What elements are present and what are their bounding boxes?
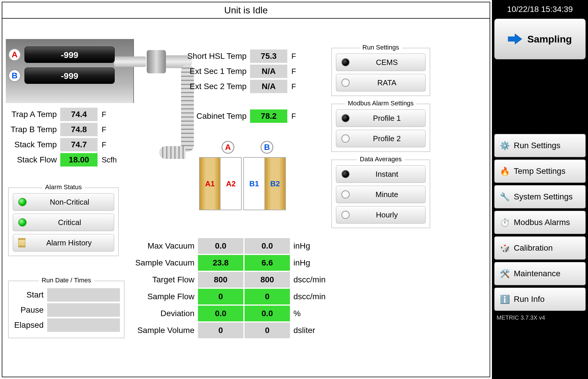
alarm-history-button[interactable]: Alarm History bbox=[13, 234, 114, 252]
rata-radio[interactable]: RATA bbox=[336, 74, 426, 91]
stack-flow-label: Stack Flow bbox=[5, 155, 57, 164]
target-a: 800 bbox=[197, 271, 244, 288]
dev-label: Deviation bbox=[133, 305, 197, 322]
pause-value bbox=[47, 303, 120, 317]
instant-radio[interactable]: Instant bbox=[336, 165, 426, 183]
dice-icon: 🎲 bbox=[500, 243, 510, 253]
clock-icon: ⏱️ bbox=[500, 217, 510, 227]
max-vac-label: Max Vacuum bbox=[133, 238, 197, 254]
short-hsl-unit: F bbox=[291, 52, 311, 61]
max-vac-a: 0.0 bbox=[197, 238, 244, 254]
stack-temp-unit: F bbox=[102, 140, 122, 149]
trap-a-unit: F bbox=[102, 110, 122, 119]
start-label: Start bbox=[13, 290, 44, 300]
ext2-value: N/A bbox=[250, 80, 288, 93]
dev-a: 0.0 bbox=[197, 305, 244, 322]
target-label: Target Flow bbox=[133, 271, 197, 288]
pause-label: Pause bbox=[13, 305, 44, 315]
nav-run-settings[interactable]: ⚙️Run Settings bbox=[494, 134, 586, 157]
info-icon: ℹ️ bbox=[500, 294, 510, 304]
cabinet-unit: F bbox=[291, 112, 311, 121]
page-title: Unit is Idle bbox=[2, 2, 490, 19]
cell-a2: A2 bbox=[220, 157, 241, 210]
minute-radio[interactable]: Minute bbox=[336, 186, 426, 203]
wrench-icon: 🔧 bbox=[500, 192, 510, 202]
samp-flow-label: Sample Flow bbox=[133, 288, 197, 305]
stack-flow-unit: Scfh bbox=[102, 155, 122, 164]
scroll-icon bbox=[18, 239, 25, 247]
target-b: 800 bbox=[244, 271, 291, 288]
led-green-icon bbox=[18, 218, 26, 226]
channel-b-badge: B bbox=[8, 69, 21, 82]
cems-radio[interactable]: CEMS bbox=[336, 54, 426, 71]
radio-off-icon bbox=[341, 190, 350, 199]
data-avg-legend: Data Averages bbox=[357, 155, 405, 163]
samp-vac-label: Sample Vacuum bbox=[133, 254, 197, 271]
col-a-badge: A bbox=[222, 141, 234, 154]
cell-b2: B2 bbox=[265, 157, 286, 210]
trap-b-label: Trap B Temp bbox=[5, 125, 57, 134]
nav-run-info[interactable]: ℹ️Run Info bbox=[494, 288, 586, 311]
profile2-radio[interactable]: Profile 2 bbox=[336, 130, 426, 147]
radio-off-icon bbox=[341, 79, 350, 87]
samp-vac-a: 23.8 bbox=[197, 254, 244, 271]
radio-off-icon bbox=[341, 211, 350, 219]
ext1-unit: F bbox=[291, 67, 311, 76]
tools-icon: 🛠️ bbox=[500, 269, 510, 279]
alarm-status-legend: Alarm Status bbox=[42, 183, 85, 191]
short-hsl-value: 75.3 bbox=[250, 49, 288, 63]
dev-b: 0.0 bbox=[244, 305, 291, 322]
max-vac-unit: inHg bbox=[291, 238, 331, 254]
target-unit: dscc/min bbox=[291, 271, 331, 288]
nav-calibration[interactable]: 🎲Calibration bbox=[494, 236, 586, 260]
cell-a1: A1 bbox=[199, 157, 220, 210]
arrow-right-icon bbox=[508, 33, 523, 45]
run-settings-legend: Run Settings bbox=[359, 44, 402, 51]
nav-temp-settings[interactable]: 🔥Temp Settings bbox=[494, 160, 586, 183]
col-b-badge: B bbox=[261, 141, 273, 154]
samp-vac-unit: inHg bbox=[291, 254, 331, 271]
nav-modbus-alarms[interactable]: ⏱️Modbus Alarms bbox=[494, 211, 586, 234]
gauge-a-value: -999 bbox=[24, 47, 115, 63]
radio-on-icon bbox=[341, 170, 350, 178]
noncritical-button[interactable]: Non-Critical bbox=[13, 193, 114, 211]
trap-b-unit: F bbox=[102, 125, 122, 134]
cabinet-value: 78.2 bbox=[250, 109, 288, 123]
vol-unit: dsliter bbox=[291, 322, 331, 339]
profile1-radio[interactable]: Profile 1 bbox=[336, 109, 426, 127]
samp-vac-b: 6.6 bbox=[244, 254, 291, 271]
critical-button[interactable]: Critical bbox=[13, 214, 114, 231]
trap-a-value: 74.4 bbox=[60, 108, 98, 121]
stack-temp-label: Stack Temp bbox=[5, 140, 57, 149]
gear-icon: ⚙️ bbox=[500, 141, 510, 150]
samp-flow-b: 0 bbox=[244, 288, 291, 305]
max-vac-b: 0.0 bbox=[244, 238, 291, 254]
short-hsl-label: Short HSL Temp bbox=[177, 52, 247, 61]
sampling-tile[interactable]: Sampling bbox=[494, 19, 586, 59]
trap-a-label: Trap A Temp bbox=[5, 110, 57, 119]
stack-flow-value: 18.00 bbox=[60, 153, 98, 167]
channel-a-badge: A bbox=[8, 48, 21, 61]
hourly-radio[interactable]: Hourly bbox=[336, 206, 426, 224]
ext1-value: N/A bbox=[250, 65, 288, 78]
cabinet-label: Cabinet Temp bbox=[177, 111, 247, 121]
vol-b: 0 bbox=[244, 322, 291, 339]
run-times-legend: Run Date / Times bbox=[39, 277, 94, 284]
nav-maintenance[interactable]: 🛠️Maintenance bbox=[494, 262, 586, 285]
nav-system-settings[interactable]: 🔧System Settings bbox=[494, 185, 586, 208]
gauge-b-value: -999 bbox=[24, 68, 115, 84]
clock: 10/22/18 15:34:39 bbox=[494, 2, 586, 16]
start-value bbox=[47, 288, 120, 302]
ext1-label: Ext Sec 1 Temp bbox=[177, 67, 247, 76]
version-label: METRIC 3.7.3X v4 bbox=[494, 313, 586, 322]
trap-b-value: 74.8 bbox=[60, 123, 98, 136]
flame-icon: 🔥 bbox=[500, 166, 510, 176]
cell-b1: B1 bbox=[244, 157, 265, 210]
samp-flow-unit: dscc/min bbox=[291, 288, 331, 305]
elapsed-label: Elapsed bbox=[13, 320, 44, 330]
vol-label: Sample Volume bbox=[133, 322, 197, 339]
dev-unit: % bbox=[291, 305, 331, 322]
modbus-legend: Modbus Alarm Settings bbox=[345, 100, 417, 107]
radio-on-icon bbox=[341, 114, 350, 122]
vol-a: 0 bbox=[197, 322, 244, 339]
